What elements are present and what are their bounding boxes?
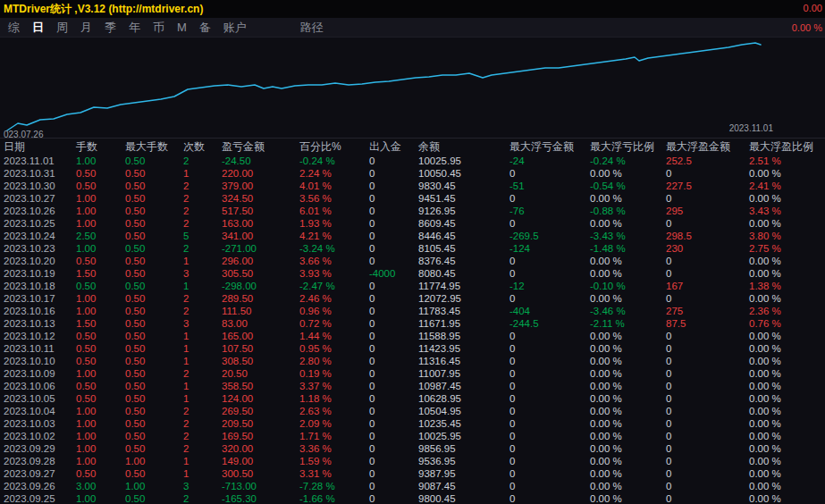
cell-max-float-profit: 0 bbox=[662, 431, 745, 441]
table-row[interactable]: 2023.10.041.000.502269.502.63 %010504.95… bbox=[0, 405, 825, 417]
cell-lots: 1.00 bbox=[72, 218, 122, 229]
table-row[interactable]: 2023.10.271.000.502324.503.56 %09451.450… bbox=[0, 192, 825, 205]
column-header-max-float-profit-pct[interactable]: 最大浮盈比例 bbox=[745, 139, 821, 155]
table-row[interactable]: 2023.11.011.000.502-24.50-0.24 %010025.9… bbox=[0, 155, 825, 167]
column-header-max-float-profit[interactable]: 最大浮盈金额 bbox=[662, 139, 745, 155]
table-row[interactable]: 2023.10.200.500.501296.003.66 %08376.450… bbox=[0, 255, 825, 267]
cell-trades: 1 bbox=[180, 468, 218, 479]
cell-percent: -1.66 % bbox=[296, 493, 366, 504]
cell-trades: 2 bbox=[180, 368, 218, 379]
cell-pnl: 165.00 bbox=[218, 331, 296, 341]
cell-max-lots: 0.50 bbox=[122, 168, 180, 179]
cell-max-float-loss: 0 bbox=[506, 168, 586, 179]
table-row[interactable]: 2023.10.171.000.502289.502.46 %012072.95… bbox=[0, 292, 825, 305]
cell-max-float-profit-pct: 0.00 % bbox=[745, 268, 821, 279]
cell-cashflow: 0 bbox=[366, 281, 415, 291]
column-header-trades[interactable]: 次数 bbox=[180, 139, 218, 155]
cell-date: 2023.10.25 bbox=[0, 218, 72, 229]
table-row[interactable]: 2023.10.131.500.50383.000.72 %011671.95-… bbox=[0, 317, 825, 330]
table-row[interactable]: 2023.09.291.000.502320.003.36 %09856.950… bbox=[0, 442, 825, 455]
table-row[interactable]: 2023.10.242.500.505341.004.21 %08446.45-… bbox=[0, 230, 825, 242]
cell-max-float-loss-pct: -3.46 % bbox=[586, 306, 662, 316]
table-row[interactable]: 2023.10.310.500.501220.002.24 %010050.45… bbox=[0, 167, 825, 180]
cell-pnl: 20.50 bbox=[218, 368, 296, 379]
cell-max-float-loss: 0 bbox=[506, 331, 586, 341]
menu-tab-nian[interactable]: 年 bbox=[122, 18, 147, 38]
column-header-max-float-loss[interactable]: 最大浮亏金额 bbox=[506, 139, 586, 155]
table-row[interactable]: 2023.10.091.000.50220.500.19 %011007.950… bbox=[0, 367, 825, 380]
table-row[interactable]: 2023.10.161.000.502111.500.96 %011783.45… bbox=[0, 305, 825, 317]
cell-percent: 2.63 % bbox=[296, 406, 366, 416]
table-row[interactable]: 2023.10.100.500.501308.502.80 %011316.45… bbox=[0, 355, 825, 367]
table-row[interactable]: 2023.09.281.001.001149.001.59 %09536.950… bbox=[0, 455, 825, 467]
menu-tab-zhou[interactable]: 周 bbox=[50, 18, 74, 38]
cell-balance: 8376.45 bbox=[415, 256, 506, 266]
column-header-balance[interactable]: 余额 bbox=[415, 139, 506, 155]
cell-cashflow: 0 bbox=[366, 193, 415, 204]
table-row[interactable]: 2023.10.261.000.502517.506.01 %09126.95-… bbox=[0, 205, 825, 217]
table-row[interactable]: 2023.09.263.001.003-713.00-7.28 %09087.4… bbox=[0, 480, 825, 492]
table-row[interactable]: 2023.10.251.000.502163.001.93 %08609.450… bbox=[0, 217, 825, 230]
cell-lots: 1.00 bbox=[72, 443, 122, 454]
cell-cashflow: 0 bbox=[366, 218, 415, 229]
menu-tab-zong[interactable]: 综 bbox=[2, 18, 26, 38]
table-row[interactable]: 2023.10.231.000.502-271.00-3.24 %08105.4… bbox=[0, 242, 825, 255]
cell-cashflow: 0 bbox=[366, 206, 415, 216]
cell-date: 2023.10.23 bbox=[0, 243, 72, 254]
cell-max-float-loss: -24 bbox=[506, 155, 586, 166]
menu-tab-lujing[interactable]: 路径 bbox=[294, 18, 330, 38]
table-row[interactable]: 2023.10.120.500.501165.001.44 %011588.95… bbox=[0, 330, 825, 342]
menu-tab-zhanghu[interactable]: 账户 bbox=[217, 18, 253, 38]
column-header-date[interactable]: 日期 bbox=[0, 139, 72, 155]
menu-tab-yue[interactable]: 月 bbox=[74, 18, 98, 38]
table-row[interactable]: 2023.10.021.000.502169.501.71 %010025.95… bbox=[0, 430, 825, 442]
cell-max-float-loss-pct: 0.00 % bbox=[586, 168, 662, 179]
cell-max-float-profit-pct: 3.80 % bbox=[745, 231, 821, 241]
column-header-pnl[interactable]: 盈亏金额 bbox=[218, 139, 296, 155]
cell-max-float-loss-pct: -0.88 % bbox=[586, 206, 662, 216]
column-header-max-lots[interactable]: 最大手数 bbox=[122, 139, 180, 155]
table-row[interactable]: 2023.10.031.000.502209.502.09 %010235.45… bbox=[0, 417, 825, 430]
table-row[interactable]: 2023.10.110.500.501107.500.95 %011423.95… bbox=[0, 342, 825, 355]
cell-trades: 3 bbox=[180, 481, 218, 491]
cell-percent: 1.18 % bbox=[296, 393, 366, 404]
menu-tab-ji[interactable]: 季 bbox=[98, 18, 122, 38]
column-header-max-float-loss-pct[interactable]: 最大浮亏比例 bbox=[586, 139, 662, 155]
column-header-lots[interactable]: 手数 bbox=[72, 139, 122, 155]
column-header-percent[interactable]: 百分比% bbox=[296, 139, 366, 155]
cell-pnl: 111.50 bbox=[218, 306, 296, 316]
menu-tab-m[interactable]: M bbox=[171, 18, 193, 38]
cell-pnl: 324.50 bbox=[218, 193, 296, 204]
cell-max-lots: 0.50 bbox=[122, 393, 180, 404]
table-row[interactable]: 2023.09.270.500.501300.503.31 %09387.950… bbox=[0, 467, 825, 480]
cell-pnl: 220.00 bbox=[218, 168, 296, 179]
table-row[interactable]: 2023.10.180.500.501-298.00-2.47 %011774.… bbox=[0, 280, 825, 292]
cell-balance: 8080.45 bbox=[415, 268, 506, 279]
cell-cashflow: 0 bbox=[366, 256, 415, 266]
table-row[interactable]: 2023.10.191.500.503305.503.93 %-40008080… bbox=[0, 267, 825, 280]
table-row[interactable]: 2023.09.251.000.502-165.30-1.66 %09800.4… bbox=[0, 492, 825, 504]
table-row[interactable]: 2023.10.060.500.501358.503.37 %010987.45… bbox=[0, 380, 825, 392]
table-row[interactable]: 2023.10.300.500.502379.004.01 %09830.45-… bbox=[0, 180, 825, 192]
cell-max-float-profit: 252.5 bbox=[662, 155, 745, 166]
cell-lots: 1.00 bbox=[72, 193, 122, 204]
cell-max-float-profit: 0 bbox=[662, 293, 745, 304]
menu-tab-bei[interactable]: 备 bbox=[193, 18, 217, 38]
cell-max-float-loss-pct: 0.00 % bbox=[586, 393, 662, 404]
menu-tab-bi[interactable]: 币 bbox=[147, 18, 171, 38]
cell-max-float-profit: 0 bbox=[662, 493, 745, 504]
table-row[interactable]: 2023.10.050.500.501124.001.18 %010628.95… bbox=[0, 392, 825, 405]
cell-max-float-loss: 0 bbox=[506, 393, 586, 404]
cell-balance: 10504.95 bbox=[415, 406, 506, 416]
cell-max-float-profit-pct: 0.00 % bbox=[745, 193, 821, 204]
cell-max-float-profit-pct: 0.00 % bbox=[745, 406, 821, 416]
cell-max-float-loss-pct: 0.00 % bbox=[586, 493, 662, 504]
column-header-cashflow[interactable]: 出入金 bbox=[366, 139, 415, 155]
cell-cashflow: 0 bbox=[366, 418, 415, 429]
menu-tab-ri[interactable]: 日 bbox=[26, 18, 50, 38]
table-header-row: 日期手数最大手数次数盈亏金额百分比%出入金余额最大浮亏金额最大浮亏比例最大浮盈金… bbox=[0, 139, 825, 155]
cell-max-float-profit-pct: 0.00 % bbox=[745, 393, 821, 404]
cell-max-float-loss-pct: 0.00 % bbox=[586, 331, 662, 341]
cell-max-float-profit: 298.5 bbox=[662, 231, 745, 241]
cell-max-float-profit: 167 bbox=[662, 281, 745, 291]
